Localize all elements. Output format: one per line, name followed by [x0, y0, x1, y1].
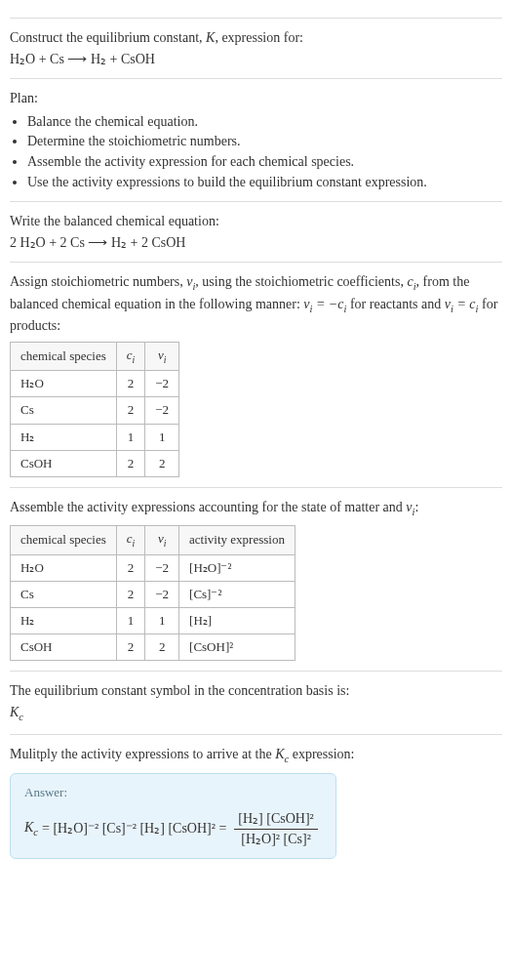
rel-products: νi = ci [445, 297, 479, 311]
cell-activity: [Cs]⁻² [179, 581, 295, 607]
answer-expression: Kc = [H₂O]⁻² [Cs]⁻² [H₂] [CsOH]² = [H₂] … [24, 809, 322, 848]
symbol-section: The equilibrium constant symbol in the c… [10, 671, 502, 724]
symbol-text: The equilibrium constant symbol in the c… [10, 681, 502, 701]
cell-species: CsOH [11, 450, 117, 476]
symbol-kc: Kc [10, 703, 502, 724]
cell-species: H₂O [11, 371, 117, 397]
multiply-section: Mulitply the activity expressions to arr… [10, 734, 502, 859]
cell-nui: −2 [145, 581, 179, 607]
answer-box: Answer: Kc = [H₂O]⁻² [Cs]⁻² [H₂] [CsOH]²… [10, 773, 336, 859]
cell-nui: 2 [145, 450, 179, 476]
col-activity: activity expression [179, 526, 295, 554]
cell-species: H₂ [11, 607, 117, 633]
multiply-text-a: Mulitply the activity expressions to arr… [10, 747, 275, 761]
table-row: H₂ 1 1 [11, 424, 179, 450]
k-symbol: K [24, 820, 33, 835]
plan-item: Use the activity expressions to build th… [27, 173, 502, 192]
cell-ci: 2 [116, 581, 145, 607]
rel-reactants: νi = −ci [303, 297, 346, 311]
table-row: CsOH 2 2 [11, 450, 179, 476]
intro-k: K [206, 30, 215, 45]
kc-flat: = [H₂O]⁻² [Cs]⁻² [H₂] [CsOH]² = [42, 819, 226, 838]
table-row: Cs 2 −2 [Cs]⁻² [11, 581, 295, 607]
col-nui: νi [145, 342, 179, 370]
table-row: CsOH 2 2 [CsOH]² [11, 634, 295, 661]
balanced-equation: 2 H₂O + 2 Cs ⟶ H₂ + 2 CsOH [10, 233, 502, 253]
col-nui: νi [145, 526, 179, 554]
cell-nui: 1 [145, 607, 179, 633]
cell-ci: 2 [116, 450, 145, 476]
k-sub: c [33, 827, 38, 837]
kc-fraction: [H₂] [CsOH]² [H₂O]² [Cs]² [234, 809, 317, 848]
cell-ci: 1 [116, 424, 145, 450]
table-row: H₂O 2 −2 [11, 371, 179, 397]
table-row: H₂O 2 −2 [H₂O]⁻² [11, 554, 295, 581]
table-row: H₂ 1 1 [H₂] [11, 607, 295, 633]
cell-ci: 2 [116, 371, 145, 397]
cell-nui: 2 [145, 634, 179, 661]
table-header-row: chemical species ci νi activity expressi… [11, 526, 295, 554]
stoich-text-b: , using the stoichiometric coefficients, [195, 274, 407, 289]
multiply-text: Mulitply the activity expressions to arr… [10, 745, 502, 766]
col-species: chemical species [11, 526, 117, 554]
plan-item: Assemble the activity expression for eac… [27, 152, 502, 172]
kc-denominator: [H₂O]² [Cs]² [234, 830, 317, 849]
stoich-text-d: for reactants and [346, 297, 444, 311]
plan-heading: Plan: [10, 89, 502, 108]
cell-species: CsOH [11, 634, 117, 661]
col-ci: ci [116, 526, 145, 554]
cell-ci: 2 [116, 634, 145, 661]
cell-nui: 1 [145, 424, 179, 450]
table-row: Cs 2 −2 [11, 397, 179, 424]
cell-species: H₂ [11, 424, 117, 450]
cell-nui: −2 [145, 371, 179, 397]
cell-ci: 1 [116, 607, 145, 633]
cell-species: H₂O [11, 554, 117, 581]
cell-nui: −2 [145, 397, 179, 424]
cell-activity: [H₂] [179, 607, 295, 633]
multiply-text-b: expression: [289, 747, 354, 761]
plan-item: Determine the stoichiometric numbers. [27, 132, 502, 151]
activity-text-a: Assemble the activity expressions accoun… [10, 500, 406, 514]
cell-nui: −2 [145, 554, 179, 581]
col-species: chemical species [11, 342, 117, 370]
intro-section: Construct the equilibrium constant, K, e… [10, 18, 502, 68]
balanced-section: Write the balanced chemical equation: 2 … [10, 201, 502, 252]
cell-ci: 2 [116, 554, 145, 581]
intro-text-b: , expression for: [215, 30, 303, 45]
col-ci: ci [116, 342, 145, 370]
table-header-row: chemical species ci νi [11, 342, 179, 370]
balanced-heading: Write the balanced chemical equation: [10, 212, 502, 231]
cell-species: Cs [11, 581, 117, 607]
answer-label: Answer: [24, 784, 322, 801]
activity-section: Assemble the activity expressions accoun… [10, 487, 502, 661]
activity-text-b: : [414, 500, 418, 514]
intro-line: Construct the equilibrium constant, K, e… [10, 28, 502, 48]
activity-text: Assemble the activity expressions accoun… [10, 498, 502, 519]
plan-list: Balance the chemical equation. Determine… [10, 112, 502, 191]
kc-lhs: Kc [24, 818, 38, 839]
stoich-text-a: Assign stoichiometric numbers, [10, 274, 186, 289]
stoich-section: Assign stoichiometric numbers, νi, using… [10, 262, 502, 477]
activity-table: chemical species ci νi activity expressi… [10, 525, 295, 661]
cell-species: Cs [11, 397, 117, 424]
k-symbol: K [10, 705, 19, 719]
intro-text-a: Construct the equilibrium constant, [10, 30, 206, 45]
intro-equation: H₂O + Cs ⟶ H₂ + CsOH [10, 50, 502, 69]
stoich-table: chemical species ci νi H₂O 2 −2 Cs 2 −2 … [10, 342, 179, 477]
kc-numerator: [H₂] [CsOH]² [234, 809, 317, 830]
cell-activity: [CsOH]² [179, 634, 295, 661]
plan-item: Balance the chemical equation. [27, 112, 502, 132]
cell-ci: 2 [116, 397, 145, 424]
stoich-text: Assign stoichiometric numbers, νi, using… [10, 272, 502, 336]
k-symbol: K [275, 747, 284, 761]
plan-section: Plan: Balance the chemical equation. Det… [10, 78, 502, 191]
cell-activity: [H₂O]⁻² [179, 554, 295, 581]
k-sub: c [19, 712, 23, 722]
